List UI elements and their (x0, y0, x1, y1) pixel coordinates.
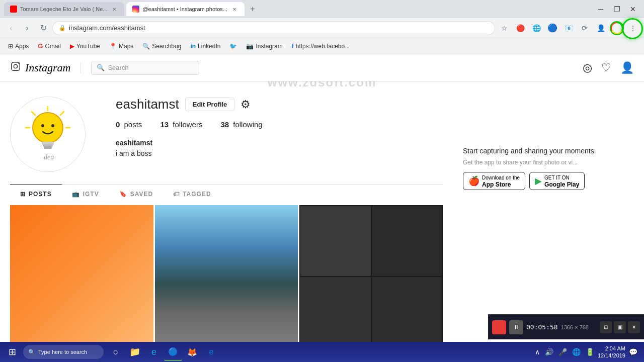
followers-count: 13 (160, 120, 169, 129)
bookmark-icon[interactable]: ☆ (497, 21, 511, 35)
bookmark-linkedin[interactable]: in LinkedIn (186, 40, 224, 52)
tab-1-close[interactable]: ✕ (110, 5, 118, 13)
record-pause-button[interactable]: ⏸ (509, 320, 523, 334)
taskbar-cortana[interactable]: ○ (107, 343, 125, 361)
bookmark-youtube-label: YouTube (76, 43, 100, 50)
restore-button[interactable]: ❐ (610, 2, 624, 16)
bookmark-linkedin-label: LinkedIn (198, 43, 220, 50)
tab-saved[interactable]: 🔖 SAVED (109, 184, 163, 204)
bookmark-maps-label: Maps (119, 43, 133, 50)
photo-2[interactable] (155, 205, 298, 348)
tab-posts[interactable]: ⊞ POSTS (10, 184, 62, 204)
svg-rect-8 (44, 146, 52, 149)
refresh-button[interactable]: ↻ (36, 21, 50, 35)
taskbar-ie[interactable]: e (145, 343, 163, 361)
extension-icon-user[interactable]: 👤 (594, 21, 608, 35)
ig-logo[interactable]: Instagram (10, 61, 70, 74)
translate-icon[interactable]: 🌐 (529, 21, 543, 35)
taskbar-search[interactable]: 🔍 Type here to search (23, 345, 104, 359)
bookmark-youtube[interactable]: ▶ YouTube (66, 40, 104, 52)
posts-tab-icon: ⊞ (20, 191, 26, 198)
history-icon[interactable]: ⟳ (578, 21, 592, 35)
ig-profile-content: dea eashitamst Edit Profile ⚙ (0, 81, 453, 362)
address-bar[interactable]: 🔒 instagram.com/eashitamst (52, 21, 495, 35)
system-clock[interactable]: 2:04 AM 12/14/2019 (598, 345, 625, 359)
start-button[interactable]: ⊞ (2, 343, 22, 361)
taskbar-chrome[interactable]: 🔵 (164, 343, 182, 361)
rec-ctrl-3[interactable]: ✕ (628, 321, 640, 333)
google-play-badge[interactable]: ▶ GET IT ON Google Play (529, 172, 585, 190)
app-promo-title: Start capturing and sharing your moments… (463, 147, 634, 155)
chrome-icon: 🔵 (168, 347, 178, 356)
rec-ctrl-2[interactable]: ▣ (614, 321, 626, 333)
photo-3-cell-2 (372, 206, 442, 276)
extension-icon-red[interactable]: 🔴 (513, 21, 527, 35)
rec-ctrl-1[interactable]: ⊡ (600, 321, 612, 333)
compass-icon[interactable]: ◎ (583, 61, 592, 74)
bookmark-searchbug-label: Searchbug (152, 43, 181, 50)
bookmark-facebook-label: https://web.facebo... (296, 43, 350, 50)
tab-2-close[interactable]: ✕ (230, 5, 238, 13)
tab-igtv[interactable]: 📺 IGTV (62, 184, 109, 204)
tab-tagged[interactable]: 🏷 TAGGED (163, 184, 221, 204)
menu-icon[interactable]: ⋮ (626, 21, 640, 35)
taskbar-file-explorer[interactable]: 📁 (126, 343, 144, 361)
tab-2[interactable]: @eashitamst • Instagram photos... ✕ (126, 2, 244, 16)
clock-date: 12/14/2019 (598, 352, 625, 359)
bio-text: i am a boss (116, 149, 152, 157)
profile-bio: eashitamst i am a boss (116, 138, 443, 159)
app-store-name: App Store (482, 181, 520, 188)
extension-icon-mail[interactable]: 📧 (561, 21, 576, 35)
taskbar-edge[interactable]: e (202, 343, 220, 361)
close-button[interactable]: ✕ (626, 2, 640, 16)
new-tab-button[interactable]: + (247, 3, 259, 15)
edit-profile-button[interactable]: Edit Profile (185, 98, 235, 111)
tray-battery[interactable]: 🔋 (584, 347, 596, 357)
taskbar-search-text: Type here to search (38, 349, 87, 355)
heart-icon[interactable]: ♡ (601, 61, 611, 74)
tray-notifications[interactable]: 💬 (627, 347, 639, 357)
system-tray: ∧ 🔊 🎤 🌐 🔋 2:04 AM 12/14/2019 💬 (530, 345, 642, 359)
bookmark-maps[interactable]: 📍 Maps (105, 40, 137, 52)
tray-microphone[interactable]: 🎤 (557, 347, 569, 357)
profile-circle[interactable] (610, 21, 624, 35)
svg-line-10 (32, 112, 35, 115)
bookmark-searchbug[interactable]: 🔍 Searchbug (138, 40, 185, 52)
record-stop-button[interactable] (492, 320, 506, 334)
photo-3-cell-3 (300, 277, 370, 347)
photo-3[interactable] (299, 205, 443, 348)
edge-icon: e (209, 347, 214, 356)
profile-icon[interactable]: 👤 (620, 61, 634, 74)
taskbar-firefox[interactable]: 🦊 (183, 343, 201, 361)
bookmark-apps[interactable]: ⊞ Apps (4, 40, 33, 52)
header-divider (80, 62, 81, 73)
tray-network[interactable]: 🌐 (571, 347, 582, 357)
tray-volume[interactable]: 🔊 (543, 347, 555, 357)
bookmark-instagram[interactable]: 📷 Instagram (242, 40, 286, 52)
avatar-svg: dea (18, 102, 78, 167)
back-button[interactable]: ‹ (4, 21, 18, 35)
extension-icon-blue[interactable]: 🔵 (545, 21, 559, 35)
bookmark-twitter[interactable]: 🐦 (225, 40, 241, 52)
tray-expand[interactable]: ∧ (533, 347, 541, 357)
photo-1[interactable] (10, 205, 153, 348)
saved-tab-label: SAVED (130, 191, 153, 198)
profile-stats: 0 posts 13 followers 38 following (116, 120, 443, 129)
bookmark-facebook[interactable]: f https://web.facebo... (288, 40, 354, 52)
minimize-button[interactable]: ─ (594, 2, 608, 16)
svg-point-3 (33, 113, 63, 143)
search-bar[interactable]: 🔍 Search (91, 61, 199, 75)
apple-icon: 🍎 (468, 175, 479, 187)
tab-1[interactable]: Tomare Legeche Eto Je Valo ( Ne... ✕ (4, 2, 124, 16)
tagged-tab-label: TAGGED (183, 191, 211, 198)
settings-icon[interactable]: ⚙ (240, 98, 251, 111)
app-store-badge[interactable]: 🍎 Download on the App Store (463, 172, 525, 190)
followers-stat[interactable]: 13 followers (160, 120, 202, 129)
svg-point-4 (41, 124, 44, 127)
maps-icon: 📍 (109, 43, 117, 50)
following-stat[interactable]: 38 following (220, 120, 262, 129)
bookmark-gmail[interactable]: G Gmail (34, 40, 64, 52)
forward-button[interactable]: › (20, 21, 34, 35)
svg-point-1 (14, 64, 17, 68)
tab-1-title: Tomare Legeche Eto Je Valo ( Ne... (20, 6, 107, 12)
